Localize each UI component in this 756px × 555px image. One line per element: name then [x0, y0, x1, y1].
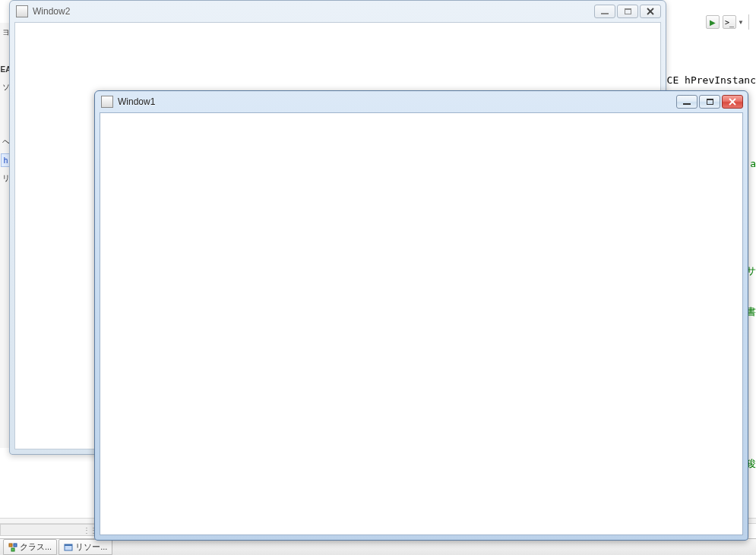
maximize-button[interactable]: [617, 5, 638, 18]
tab-label: クラス...: [20, 541, 52, 553]
minimize-icon: [683, 103, 691, 105]
svg-rect-1: [14, 544, 17, 547]
tab-label: リソー...: [75, 541, 107, 553]
sidebar-item[interactable]: ヘ: [2, 135, 10, 149]
client-area: [100, 112, 743, 535]
titlebar[interactable]: Window2: [10, 1, 666, 22]
class-view-icon: [8, 543, 17, 552]
app-icon: [16, 5, 28, 17]
ide-toolbar-fragment: ▶ >_ ▼: [706, 14, 752, 30]
close-icon: [729, 98, 736, 106]
toolbar-console-icon: >_: [723, 15, 736, 29]
sidebar-item[interactable]: ヨ: [2, 26, 10, 39]
minimize-icon: [601, 13, 609, 14]
horizontal-scrollbar[interactable]: ⋮⋮⋮: [0, 524, 99, 536]
tab-class-view[interactable]: クラス...: [3, 539, 57, 555]
ide-bottom-tabs: クラス... リソー...: [0, 538, 756, 555]
maximize-icon: [707, 99, 713, 105]
window-controls: [594, 5, 661, 18]
svg-rect-4: [65, 544, 72, 546]
minimize-button[interactable]: [676, 95, 697, 109]
svg-rect-2: [11, 548, 14, 551]
sidebar-item[interactable]: リ: [2, 172, 10, 185]
tab-resource-view[interactable]: リソー...: [59, 539, 112, 555]
svg-rect-0: [9, 544, 12, 547]
window-title: Window2: [33, 6, 70, 17]
window-1[interactable]: Window1: [94, 90, 748, 541]
maximize-button[interactable]: [699, 95, 720, 109]
titlebar[interactable]: Window1: [95, 91, 748, 112]
window-title: Window1: [118, 96, 155, 107]
toolbar-dropdown[interactable]: >_ ▼: [723, 15, 744, 29]
chevron-down-icon: ▼: [738, 19, 744, 26]
resource-view-icon: [64, 543, 73, 552]
close-icon: [647, 8, 654, 15]
maximize-icon: [625, 8, 631, 14]
minimize-button[interactable]: [594, 5, 615, 18]
toolbar-run-icon[interactable]: ▶: [706, 15, 720, 29]
toolbar-separator: [748, 14, 751, 30]
app-icon: [101, 96, 113, 108]
close-button[interactable]: [722, 95, 743, 109]
sidebar-item[interactable]: ソ: [2, 80, 10, 94]
window-controls: [676, 95, 743, 109]
code-comment-fragment: a: [750, 158, 756, 169]
close-button[interactable]: [640, 5, 661, 18]
